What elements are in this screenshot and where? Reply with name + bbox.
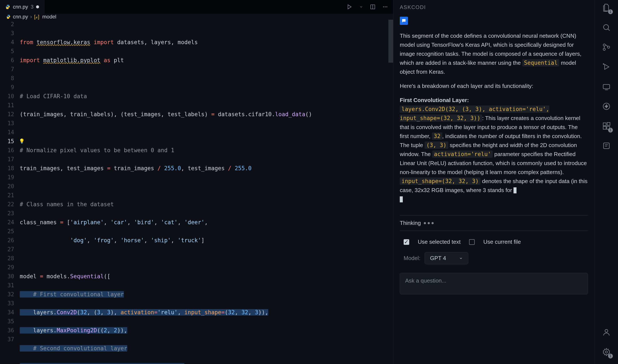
loading-dots-icon — [424, 222, 434, 224]
svg-point-10 — [603, 44, 605, 46]
badge: 1 — [608, 128, 613, 132]
panel-title: ASKCODI — [400, 4, 588, 10]
editor-tab[interactable]: cnn.py 3 — [0, 0, 44, 14]
lightbulb-icon[interactable]: 💡 — [19, 137, 25, 146]
model-label: Model: — [404, 255, 420, 261]
svg-marker-2 — [348, 5, 351, 9]
svg-point-27 — [605, 351, 607, 353]
model-row: Model: GPT 4 — [400, 249, 588, 268]
breadcrumb-symbol: model — [42, 14, 56, 20]
chevron-down-icon — [459, 256, 463, 260]
tab-filename: cnn.py — [13, 4, 28, 10]
svg-point-11 — [603, 48, 605, 50]
thinking-status: Thinking — [400, 215, 588, 231]
askcodi-panel: ASKCODI This segment of the code defines… — [393, 0, 594, 364]
svg-rect-15 — [603, 84, 610, 89]
use-file-label: Use current file — [483, 239, 521, 245]
scrollbar[interactable] — [388, 20, 393, 364]
use-file-checkbox[interactable] — [469, 239, 475, 245]
svg-rect-23 — [604, 143, 609, 149]
code-content[interactable]: 💡 from tensorflow.keras import datasets,… — [20, 20, 393, 364]
svg-point-5 — [383, 6, 384, 7]
model-select[interactable]: GPT 4 — [425, 252, 468, 264]
line-gutter: 2345678910111213141516171819202122232425… — [0, 20, 20, 364]
search-icon[interactable] — [601, 22, 612, 33]
text-cursor-icon — [400, 196, 403, 202]
svg-point-6 — [385, 6, 386, 7]
askcodi-icon[interactable] — [601, 140, 612, 151]
svg-point-26 — [605, 329, 608, 332]
chat-response: This segment of the code defines a convo… — [400, 31, 588, 209]
code-editor[interactable]: 2345678910111213141516171819202122232425… — [0, 20, 393, 364]
more-icon[interactable] — [382, 4, 388, 10]
badge: 1 — [608, 9, 613, 14]
svg-rect-19 — [603, 123, 606, 126]
breadcrumb[interactable]: cnn.py › [𝓍] model — [0, 14, 393, 20]
python-icon — [5, 4, 10, 9]
chat-icon — [400, 17, 408, 25]
tab-badge: 3 — [31, 4, 33, 10]
remote-icon[interactable] — [601, 81, 612, 92]
files-icon[interactable]: 1 — [601, 2, 612, 13]
options-row: ✓ Use selected text Use current file — [400, 235, 588, 249]
svg-line-9 — [608, 29, 609, 31]
breadcrumb-file: cnn.py — [13, 14, 28, 20]
svg-point-14 — [603, 64, 604, 64]
svg-point-0 — [7, 5, 8, 6]
question-input[interactable]: Ask a question... — [400, 273, 588, 294]
account-icon[interactable] — [601, 327, 612, 338]
variable-icon: [𝓍] — [34, 14, 39, 20]
svg-point-1 — [8, 8, 8, 9]
svg-rect-20 — [603, 127, 606, 129]
extensions-icon[interactable]: 1 — [601, 120, 612, 132]
run-icon[interactable] — [347, 4, 352, 10]
activity-bar: 1 1 1 — [594, 0, 618, 364]
dirty-indicator-icon — [36, 5, 39, 8]
split-editor-icon[interactable] — [370, 4, 375, 10]
svg-marker-13 — [604, 64, 609, 69]
badge: 1 — [608, 354, 613, 358]
svg-point-8 — [604, 25, 608, 30]
debug-icon[interactable] — [601, 61, 612, 72]
chevron-down-icon[interactable] — [359, 5, 363, 9]
chevron-right-icon: › — [30, 14, 32, 20]
svg-rect-22 — [607, 122, 610, 125]
svg-marker-18 — [605, 104, 608, 108]
source-control-icon[interactable] — [601, 42, 612, 53]
text-cursor-icon — [513, 187, 517, 193]
use-selected-checkbox[interactable]: ✓ — [404, 239, 409, 245]
svg-point-12 — [607, 46, 610, 48]
power-icon[interactable] — [601, 101, 612, 112]
use-selected-label: Use selected text — [418, 239, 461, 245]
tab-bar: cnn.py 3 — [0, 0, 393, 14]
python-icon — [6, 14, 11, 19]
svg-point-7 — [386, 6, 387, 7]
settings-icon[interactable]: 1 — [601, 346, 612, 358]
